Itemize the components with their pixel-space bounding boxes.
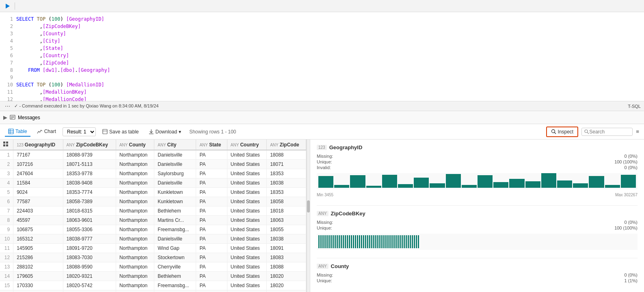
cell-zipcodebkey: 18020-9321 [63, 272, 116, 281]
run-button[interactable] [3, 2, 12, 11]
inspect-geographyid-title: 123 GeographyID [317, 144, 638, 150]
bar-segment [366, 186, 381, 188]
data-table: 123GeographyID ANYZipCodeBKey ANYCounty … [0, 140, 306, 292]
cell-zipcode: 18353 [267, 188, 306, 197]
table-row: 9 106875 18055-3306 Northampton Freemans… [0, 225, 306, 234]
toolbar-divider [15, 2, 15, 10]
bar-segment [333, 235, 334, 248]
row-num: 8 [0, 216, 13, 225]
zipcodebkey-chart [317, 234, 638, 250]
table-tab[interactable]: Table [5, 127, 30, 137]
cell-state: PA [196, 244, 227, 253]
inspect-button[interactable]: Inspect [546, 127, 579, 137]
inspect-geographyid: 123 GeographyID Missing: 0 (0%) Unique: … [317, 144, 638, 197]
row-num: 2 [0, 160, 13, 169]
table-row: 13 288102 18088-9590 Northampton Cherryv… [0, 262, 306, 272]
cell-county: Northampton [116, 206, 154, 216]
cell-city: Bethlehem [154, 272, 196, 281]
cell-zipcodebkey: 18083-7030 [63, 253, 116, 262]
bar-segment [343, 235, 344, 248]
col-state[interactable]: ANYState [196, 140, 227, 150]
cell-geographyid: 179605 [13, 272, 63, 281]
cell-geographyid: 11584 [13, 178, 63, 188]
cell-state: PA [196, 160, 227, 169]
cell-county: Northampton [116, 234, 154, 244]
col-geographyid[interactable]: 123GeographyID [13, 140, 63, 150]
messages-label: Messages [18, 115, 40, 120]
code-editor[interactable]: SELECT TOP (100) [GeographyID] ,[ZipCode… [16, 12, 644, 101]
svg-rect-5 [9, 129, 13, 134]
bar-segment [404, 235, 405, 248]
inspect-icon [551, 129, 556, 134]
cell-zipcodebkey: 18071-5113 [63, 160, 116, 169]
cell-city: Danielsville [154, 234, 196, 244]
results-toolbar: Table Chart Result: 1 Save as table Down… [0, 124, 644, 140]
cell-geographyid: 170330 [13, 281, 63, 290]
table-row: 3 247604 18353-9778 Northampton Saylorsb… [0, 169, 306, 178]
search-box[interactable] [581, 128, 633, 136]
data-table-container[interactable]: 123GeographyID ANYZipCodeBKey ANYCounty … [0, 140, 307, 292]
sql-editor[interactable]: 12345 678910 111213 SELECT TOP (100) [Ge… [0, 12, 644, 101]
vertical-scrollbar[interactable] [307, 140, 310, 292]
table-row: 16 193341 18013-4617 Northampton Martins… [0, 290, 306, 292]
expand-messages-button[interactable]: ▶ [3, 114, 7, 120]
download-button[interactable]: Download ▾ [145, 127, 184, 136]
search-icon [584, 129, 589, 134]
inspect-county-title: ANY County [317, 263, 638, 269]
cell-country: United States [227, 272, 266, 281]
bar-segment [493, 182, 508, 188]
line-numbers: 12345 678910 111213 [0, 12, 16, 101]
bar-segment [414, 178, 429, 188]
bar-segment [393, 235, 395, 248]
cell-state: PA [196, 169, 227, 178]
result-selector[interactable]: Result: 1 [63, 127, 96, 136]
cell-zipcodebkey: 18038-9777 [63, 234, 116, 244]
cell-state: PA [196, 225, 227, 234]
cell-zipcode: 18058 [267, 197, 306, 206]
chart-icon [37, 129, 43, 134]
divider2 [317, 258, 638, 258]
cell-zipcode: 18071 [267, 160, 306, 169]
col-county[interactable]: ANYCounty [116, 140, 154, 150]
svg-rect-17 [3, 142, 5, 144]
search-input[interactable] [589, 129, 630, 135]
cell-country: United States [227, 225, 266, 234]
inspect-zipcodebkey-title: ANY ZipCodeBKey [317, 210, 638, 217]
cell-country: United States [227, 150, 266, 160]
bar-segment [350, 175, 365, 188]
cell-county: Northampton [116, 272, 154, 281]
cell-geographyid: 145905 [13, 244, 63, 253]
col-country[interactable]: ANYCountry [227, 140, 266, 150]
col-city[interactable]: ANYCity [154, 140, 196, 150]
bar-segment [337, 235, 338, 248]
cell-geographyid: 9024 [13, 188, 63, 197]
col-rownum [0, 140, 13, 150]
bar-segment [334, 185, 349, 188]
cell-geographyid: 288102 [13, 262, 63, 272]
divider1 [317, 205, 638, 206]
cell-state: PA [196, 272, 227, 281]
bar-segment [341, 235, 342, 248]
col-zipcode[interactable]: ANYZipCode [267, 140, 306, 150]
bar-segment [382, 175, 397, 188]
cell-city: Danielsville [154, 150, 196, 160]
geographyid-chart [317, 173, 638, 189]
bar-segment [387, 235, 389, 248]
top-toolbar [0, 0, 644, 12]
cell-country: United States [227, 197, 266, 206]
save-as-table-button[interactable]: Save as table [99, 127, 142, 136]
bar-segment [322, 235, 324, 248]
chart-tab[interactable]: Chart [34, 127, 59, 137]
filter-button[interactable]: ≡ [636, 129, 639, 135]
cell-county: Northampton [116, 150, 154, 160]
dots-menu[interactable]: ··· [3, 103, 12, 110]
cell-county: Northampton [116, 253, 154, 262]
cell-county: Northampton [116, 216, 154, 225]
col-zipcodebkey[interactable]: ANYZipCodeBKey [63, 140, 116, 150]
cell-zipcodebkey: 18353-7774 [63, 188, 116, 197]
cell-zipcodebkey: 18018-6315 [63, 206, 116, 216]
cell-country: United States [227, 244, 266, 253]
unique-stat: Unique: 100 (100%) [317, 159, 638, 164]
cell-county: Northampton [116, 160, 154, 169]
cell-city: Danielsville [154, 160, 196, 169]
